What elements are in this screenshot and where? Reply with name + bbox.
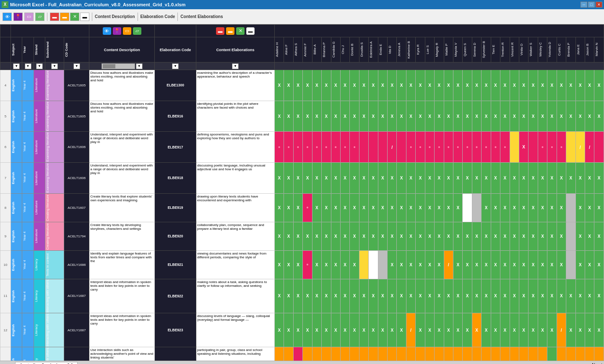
student-cell-0-34[interactable]: X [594, 70, 604, 101]
student-cell-2-0[interactable]: • [275, 132, 284, 163]
student-cell-9-27[interactable]: / [528, 347, 538, 361]
student-cell-3-15[interactable]: X [416, 163, 425, 194]
student-cell-1-26[interactable]: X [519, 101, 528, 132]
student-cell-9-9[interactable]: / [359, 347, 368, 361]
student-cell-8-34[interactable]: X [594, 313, 604, 347]
student-cell-7-27[interactable]: X [528, 279, 538, 313]
student-cell-2-3[interactable]: • [303, 132, 312, 163]
cd-icon-pin[interactable]: 📍 [113, 27, 121, 35]
student-cell-8-27[interactable]: X [528, 313, 538, 347]
student-cell-0-5[interactable]: X [322, 70, 331, 101]
student-cell-3-0[interactable]: X [275, 163, 284, 194]
student-cell-6-8[interactable]: X [350, 250, 359, 279]
sheet-tab-main[interactable]: Australian Curriculum v8.0 [15, 362, 78, 364]
student-cell-1-13[interactable]: X [397, 101, 406, 132]
student-cell-7-14[interactable]: X [406, 279, 415, 313]
student-cell-8-20[interactable]: X [463, 313, 472, 347]
student-cell-4-3[interactable]: • [303, 193, 312, 222]
filter-year[interactable]: ▼ [22, 62, 34, 70]
student-cell-0-9[interactable]: X [359, 70, 368, 101]
student-cell-4-28[interactable]: X [538, 193, 547, 222]
student-cell-9-33[interactable]: / [585, 347, 594, 361]
student-cell-2-17[interactable]: • [435, 132, 444, 163]
student-cell-0-23[interactable]: X [491, 70, 500, 101]
student-cell-9-12[interactable]: / [388, 347, 397, 361]
student-cell-3-21[interactable]: X [472, 163, 481, 194]
student-cell-2-22[interactable]: • [482, 132, 491, 163]
student-cell-7-11[interactable]: X [378, 279, 387, 313]
student-cell-2-26[interactable]: X [519, 132, 528, 163]
cd-icon-eye[interactable]: 👁 [103, 27, 111, 35]
student-cell-8-1[interactable]: X [284, 313, 293, 347]
student-cell-1-28[interactable]: X [538, 101, 547, 132]
student-cell-4-33[interactable]: X [585, 193, 594, 222]
student-cell-5-0[interactable]: X [275, 222, 284, 250]
student-cell-6-14[interactable]: X [406, 250, 415, 279]
student-cell-1-5[interactable]: X [322, 101, 331, 132]
student-cell-8-4[interactable]: X [312, 313, 321, 347]
student-cell-7-1[interactable]: X [284, 279, 293, 313]
student-cell-3-30[interactable]: X [557, 163, 566, 194]
ce-icon-orange[interactable]: ▬ [226, 27, 234, 35]
student-cell-8-25[interactable]: X [510, 313, 519, 347]
student-cell-2-4[interactable]: • [312, 132, 321, 163]
orange-tool-icon[interactable]: ▬ [60, 13, 69, 21]
student-cell-1-31[interactable]: X [566, 101, 575, 132]
student-cell-7-12[interactable]: X [388, 279, 397, 313]
student-cell-5-23[interactable]: X [491, 222, 500, 250]
student-cell-0-12[interactable]: X [388, 70, 397, 101]
student-cell-7-4[interactable]: X [312, 279, 321, 313]
student-cell-2-19[interactable]: • [453, 132, 463, 163]
student-cell-8-22[interactable]: X [482, 313, 491, 347]
student-cell-3-29[interactable]: X [547, 163, 557, 194]
student-cell-1-0[interactable]: X [275, 101, 284, 132]
student-cell-8-9[interactable]: X [359, 313, 368, 347]
student-cell-6-27[interactable]: X [528, 250, 538, 279]
filter-subject[interactable]: ▼ [10, 62, 22, 70]
student-cell-0-7[interactable]: X [340, 70, 349, 101]
student-cell-6-24[interactable]: X [500, 250, 510, 279]
ecode-filter-btn[interactable]: ▼ [172, 63, 179, 69]
student-cell-1-33[interactable]: X [585, 101, 594, 132]
student-cell-8-17[interactable]: X [435, 313, 444, 347]
student-cell-9-18[interactable]: / [444, 347, 453, 361]
ce-icon-white[interactable]: ▬ [246, 27, 255, 35]
student-cell-6-5[interactable]: X [322, 250, 331, 279]
student-cell-7-25[interactable]: X [510, 279, 519, 313]
student-cell-4-10[interactable]: X [369, 193, 378, 222]
student-cell-1-8[interactable]: X [350, 101, 359, 132]
student-cell-4-5[interactable]: X [322, 193, 331, 222]
filter-strand[interactable]: ▼ [34, 62, 45, 70]
student-cell-0-21[interactable]: X [472, 70, 481, 101]
student-cell-0-31[interactable]: X [566, 70, 575, 101]
student-cell-1-9[interactable]: X [359, 101, 368, 132]
student-cell-0-3[interactable]: X [303, 70, 312, 101]
student-cell-2-11[interactable] [378, 132, 387, 163]
ce-icon-x[interactable]: ✕ [236, 27, 245, 35]
student-cell-0-27[interactable]: X [528, 70, 538, 101]
student-cell-1-21[interactable]: X [472, 101, 481, 132]
cdesc-filter-btn[interactable]: ▼ [136, 63, 143, 69]
student-cell-0-33[interactable]: X [585, 70, 594, 101]
student-cell-0-15[interactable]: X [416, 70, 425, 101]
student-cell-4-4[interactable]: X [312, 193, 321, 222]
student-cell-1-18[interactable]: X [444, 101, 453, 132]
student-cell-6-3[interactable]: • [303, 250, 312, 279]
student-cell-1-11[interactable]: X [378, 101, 387, 132]
student-cell-7-18[interactable]: X [444, 279, 453, 313]
student-cell-5-2[interactable]: X [293, 222, 302, 250]
cd-icon-rect[interactable]: ▭ [123, 27, 131, 35]
student-cell-8-0[interactable]: X [275, 313, 284, 347]
student-cell-2-34[interactable] [594, 132, 604, 163]
student-cell-2-33[interactable]: / [585, 132, 594, 163]
student-cell-7-26[interactable]: X [519, 279, 528, 313]
student-cell-3-18[interactable]: X [444, 163, 453, 194]
student-cell-9-1[interactable]: / [284, 347, 293, 361]
student-cell-1-19[interactable]: X [453, 101, 463, 132]
student-cell-3-10[interactable]: X [369, 163, 378, 194]
student-cell-2-12[interactable]: / [388, 132, 397, 163]
student-cell-6-33[interactable]: X [585, 250, 594, 279]
student-cell-1-30[interactable]: X [557, 101, 566, 132]
student-cell-4-34[interactable]: X [594, 193, 604, 222]
student-cell-7-21[interactable]: X [472, 279, 481, 313]
